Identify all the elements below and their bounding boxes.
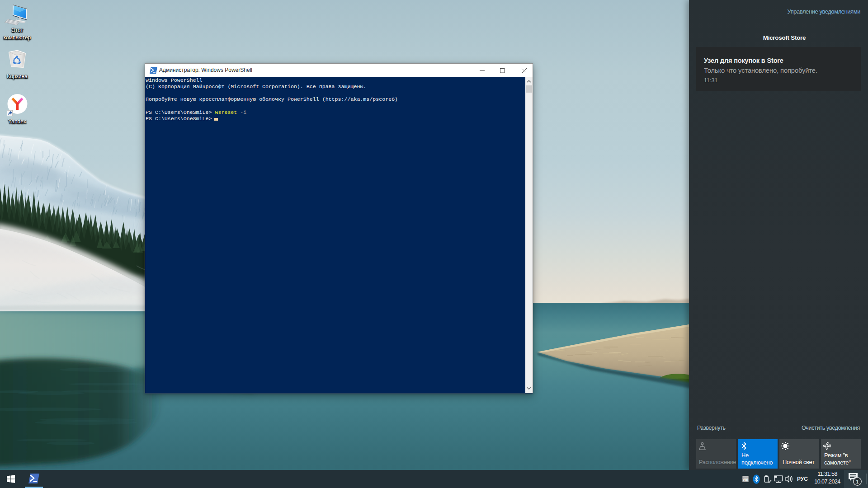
svg-text:1: 1 bbox=[856, 479, 859, 484]
svg-text:vm: vm bbox=[743, 477, 749, 482]
